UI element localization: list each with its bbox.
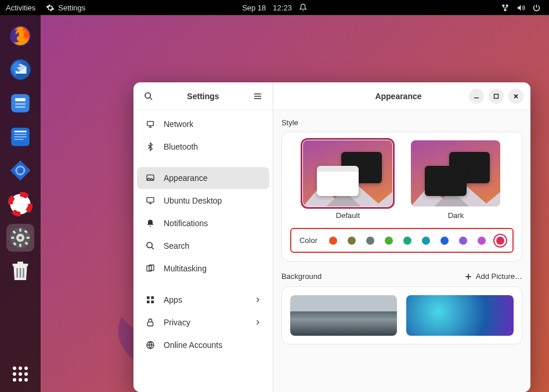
bluetooth-icon: [145, 142, 156, 151]
clock[interactable]: Sep 18 12:23: [242, 3, 307, 12]
sidebar-list: NetworkBluetoothAppearanceUbuntu Desktop…: [133, 110, 273, 392]
sidebar-item-ubuntu-desktop[interactable]: Ubuntu Desktop: [137, 190, 269, 212]
search-button[interactable]: [139, 87, 158, 106]
svg-rect-32: [23, 268, 24, 278]
add-picture-label: Add Picture…: [476, 272, 522, 281]
sidebar-title: Settings: [158, 92, 248, 101]
active-app-indicator[interactable]: Settings: [46, 3, 85, 12]
dock-app-firefox[interactable]: [6, 22, 34, 50]
svg-rect-0: [503, 4, 505, 6]
chevron-right-icon: [254, 296, 261, 303]
notification-bell-icon: [299, 3, 307, 12]
svg-point-37: [147, 242, 152, 248]
gear-icon: [46, 3, 55, 12]
sidebar-item-privacy[interactable]: Privacy: [137, 311, 269, 333]
svg-rect-6: [15, 98, 26, 101]
style-option-dark[interactable]: Dark: [411, 140, 500, 220]
svg-point-33: [145, 93, 150, 98]
close-button[interactable]: [508, 89, 523, 104]
color-swatch-2[interactable]: [366, 237, 374, 245]
svg-rect-12: [15, 136, 27, 137]
sidebar-item-multitasking[interactable]: Multitasking: [137, 257, 269, 280]
svg-rect-31: [20, 268, 21, 278]
minimize-button[interactable]: [469, 89, 484, 104]
activities-button[interactable]: Activities: [6, 3, 35, 12]
color-swatch-6[interactable]: [440, 237, 449, 245]
dock-app-settings[interactable]: [6, 224, 34, 252]
power-icon[interactable]: [532, 3, 541, 12]
apps-icon: [145, 295, 156, 304]
svg-rect-7: [15, 103, 26, 105]
svg-rect-10: [15, 131, 27, 133]
color-swatch-3[interactable]: [385, 237, 393, 245]
show-applications-button[interactable]: [13, 366, 28, 382]
multitask-icon: [145, 264, 156, 273]
maximize-button[interactable]: [489, 89, 504, 104]
background-card: [281, 286, 522, 344]
settings-sidebar: Settings NetworkBluetoothAppearanceUbunt…: [133, 82, 273, 392]
dock-app-software[interactable]: [6, 157, 34, 184]
color-swatch-4[interactable]: [403, 237, 411, 245]
desktop-icon: [145, 196, 156, 205]
color-swatch-0[interactable]: [329, 237, 337, 245]
appearance-icon: [145, 173, 156, 183]
sidebar-item-bluetooth[interactable]: Bluetooth: [137, 136, 269, 158]
sidebar-item-appearance[interactable]: Appearance: [137, 167, 269, 189]
svg-rect-29: [17, 262, 23, 264]
color-swatch-9[interactable]: [496, 237, 504, 245]
svg-rect-8: [15, 106, 26, 108]
svg-rect-36: [147, 198, 154, 202]
sidebar-item-label: Online Accounts: [164, 340, 222, 350]
svg-rect-20: [19, 228, 21, 231]
svg-rect-11: [15, 134, 27, 135]
settings-content: Appearance Style DefaultDark Color Ba: [273, 82, 530, 392]
date-label: Sep 18: [242, 3, 266, 12]
sidebar-item-notifications[interactable]: Notifications: [137, 212, 269, 234]
svg-rect-21: [19, 244, 21, 247]
svg-point-18: [16, 200, 24, 208]
wallpaper-option-2[interactable]: [406, 295, 514, 336]
svg-rect-34: [147, 121, 154, 125]
sidebar-item-label: Privacy: [164, 318, 190, 327]
settings-window: Settings NetworkBluetoothAppearanceUbunt…: [133, 82, 530, 392]
sidebar-item-label: Apps: [164, 295, 182, 304]
color-label: Color: [299, 236, 317, 245]
style-option-light[interactable]: Default: [303, 140, 392, 220]
dock-app-files[interactable]: [6, 89, 34, 117]
sidebar-item-network[interactable]: Network: [137, 113, 269, 135]
color-swatch-1[interactable]: [348, 237, 356, 245]
menu-button[interactable]: [248, 87, 267, 106]
dock-app-thunderbird[interactable]: [6, 56, 34, 84]
wallpaper-option-1[interactable]: [290, 295, 398, 336]
svg-rect-13: [15, 139, 24, 140]
color-swatch-5[interactable]: [422, 237, 430, 245]
dock-app-help[interactable]: [6, 190, 34, 218]
sidebar-item-apps[interactable]: Apps: [137, 289, 269, 311]
privacy-icon: [145, 318, 156, 327]
dock-app-trash[interactable]: [6, 257, 34, 285]
svg-rect-23: [27, 237, 30, 239]
color-swatch-7[interactable]: [459, 237, 467, 245]
dock-app-writer[interactable]: [6, 123, 34, 151]
svg-rect-43: [151, 300, 154, 303]
svg-rect-40: [147, 296, 150, 299]
color-swatch-8[interactable]: [478, 237, 486, 245]
volume-icon[interactable]: [517, 3, 525, 12]
accent-color-row: Color: [290, 228, 514, 253]
time-label: 12:23: [273, 3, 292, 12]
network-status-icon[interactable]: [501, 3, 510, 12]
style-thumb-light: [303, 140, 392, 206]
sidebar-item-label: Appearance: [164, 173, 208, 183]
add-picture-button[interactable]: Add Picture…: [464, 272, 522, 281]
sidebar-item-label: Ubuntu Desktop: [164, 196, 222, 205]
sidebar-item-label: Network: [164, 119, 193, 129]
sidebar-item-search[interactable]: Search: [137, 235, 269, 257]
content-title: Appearance: [330, 92, 467, 101]
svg-rect-46: [474, 97, 479, 99]
sidebar-item-label: Search: [164, 241, 189, 251]
style-card: DefaultDark Color: [281, 132, 522, 262]
sidebar-item-online-accounts[interactable]: Online Accounts: [137, 334, 269, 356]
svg-rect-47: [494, 94, 499, 98]
svg-rect-44: [147, 322, 153, 326]
svg-marker-14: [10, 161, 31, 181]
